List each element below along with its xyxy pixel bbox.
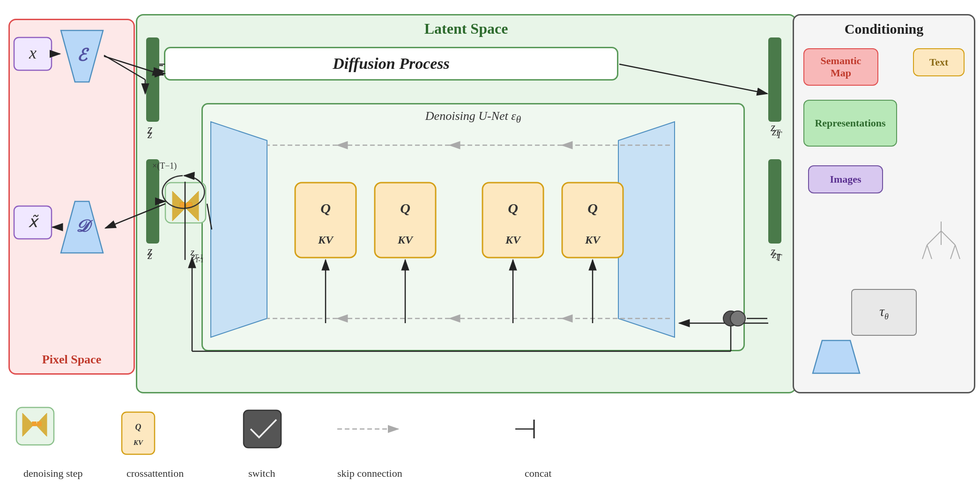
cond-text: Text (913, 48, 965, 76)
conditioning-label: Conditioning (794, 21, 974, 37)
z-T-label-top: zT (772, 126, 781, 140)
tau-input-trapezoid (808, 336, 864, 378)
svg-line-3 (922, 245, 927, 259)
tau-block: τθ (851, 289, 917, 336)
z-label-bottom: z (148, 248, 152, 262)
svg-rect-88 (37, 421, 42, 426)
cond-images: Images (808, 165, 883, 193)
svg-rect-84 (16, 407, 54, 445)
conditioning-box: Conditioning Semantic Map Text Represent… (793, 14, 975, 393)
unet-label: Denoising U-Net εθ (203, 109, 743, 126)
cond-semantic-map: Semantic Map (803, 48, 878, 86)
svg-marker-85 (22, 413, 34, 436)
legend-skip-label: skip connection (337, 467, 402, 480)
z-label-left: z (148, 127, 152, 141)
svg-rect-81 (122, 412, 155, 454)
svg-line-6 (955, 245, 960, 259)
svg-line-4 (927, 245, 932, 259)
tree-icon (918, 217, 965, 273)
svg-text:Q: Q (135, 422, 141, 432)
latent-space-label: Latent Space (137, 20, 795, 37)
pixel-space-label: Pixel Space (10, 353, 134, 367)
svg-rect-89 (244, 410, 281, 448)
pixel-space-box: Pixel Space (8, 19, 135, 375)
tau-label: τθ (879, 303, 889, 322)
unet-box: Denoising U-Net εθ (201, 103, 745, 351)
diagram-container: Pixel Space Latent Space Conditioning Se… (0, 0, 980, 488)
cond-representations: Representations (803, 100, 897, 147)
svg-line-5 (950, 245, 955, 259)
svg-marker-86 (36, 413, 47, 436)
z-T1-label: zT-1 (191, 251, 204, 264)
diffusion-process-label: Diffusion Process (333, 55, 450, 73)
svg-marker-7 (813, 340, 860, 373)
svg-rect-87 (32, 421, 37, 426)
legend-crossattention-label: crossattention (126, 467, 184, 480)
legend-denoising-label: denoising step (23, 467, 83, 480)
svg-text:KV: KV (133, 439, 144, 446)
svg-line-2 (941, 231, 955, 245)
legend-switch-label: switch (248, 467, 275, 480)
diffusion-process-box: Diffusion Process (164, 47, 618, 81)
z-T-label-bottom: zT (772, 248, 781, 263)
legend-concat-label: concat (525, 467, 551, 480)
svg-line-1 (927, 231, 941, 245)
